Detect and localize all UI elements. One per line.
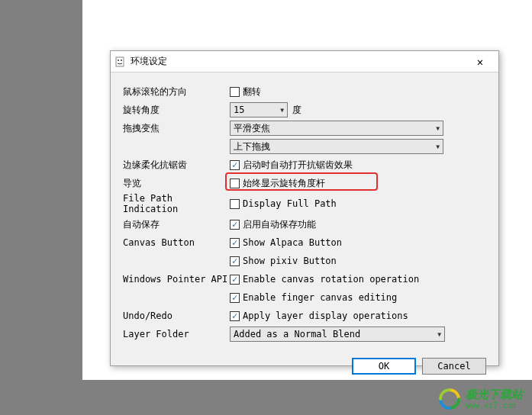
select-drag-direction[interactable]: 上下拖拽	[230, 139, 443, 154]
svg-point-1	[118, 60, 119, 61]
watermark-logo-icon	[438, 388, 461, 410]
checkbox-icon	[230, 238, 240, 248]
cancel-button[interactable]: Cancel	[422, 358, 486, 375]
checkbox-show-rotation-handle[interactable]: 始终显示旋转角度杆	[230, 177, 325, 190]
row-rotation-angle: 旋转角度 15 度	[123, 101, 486, 118]
checkbox-label: Enable finger canvas editing	[243, 292, 397, 303]
svg-rect-0	[116, 57, 124, 66]
checkbox-label: 翻转	[243, 85, 261, 98]
label-drag-zoom: 拖拽变焦	[123, 122, 230, 135]
checkbox-label: Apply layer display operations	[243, 310, 408, 321]
label-pointer-api: Windows Pointer API	[123, 274, 230, 285]
checkbox-label: Show Alpaca Button	[243, 237, 342, 248]
row-drag-zoom: 拖拽变焦 平滑变焦	[123, 120, 486, 137]
row-autosave: 自动保存 启用自动保存功能	[123, 216, 486, 233]
checkbox-icon	[230, 275, 240, 285]
select-zoom-mode[interactable]: 平滑变焦	[230, 121, 443, 136]
row-canvas-button: Canvas Button Show Alpaca Button	[123, 234, 486, 251]
checkbox-label: Show pixiv Button	[243, 256, 337, 266]
checkbox-icon	[230, 87, 240, 97]
watermark-url: www.xz7.com	[466, 401, 523, 410]
label-undo-redo: Undo/Redo	[123, 310, 230, 321]
watermark-title: 极光下载站	[466, 388, 523, 401]
checkbox-finger-editing[interactable]: Enable finger canvas editing	[230, 292, 397, 303]
checkbox-icon	[230, 179, 240, 188]
checkbox-icon	[230, 199, 240, 209]
ok-button[interactable]: OK	[352, 358, 416, 375]
checkbox-icon	[230, 256, 240, 266]
label-rotation-angle: 旋转角度	[123, 104, 230, 117]
checkbox-label: Enable canvas rotation operation	[243, 274, 419, 285]
checkbox-autosave[interactable]: 启用自动保存功能	[230, 218, 316, 231]
row-navigation: 导览 始终显示旋转角度杆	[123, 175, 486, 191]
label-canvas-button: Canvas Button	[123, 237, 230, 248]
label-antialias: 边缘柔化抗锯齿	[123, 159, 230, 172]
row-layer-folder: Layer Folder Added as a Normal Blend	[123, 326, 486, 343]
row-pointer-api: Windows Pointer API Enable canvas rotati…	[123, 271, 486, 288]
checkbox-icon	[230, 160, 240, 170]
row-scroll-direction: 鼠标滚轮的方向 翻转	[123, 83, 486, 100]
titlebar: 环境设定 ✕	[111, 51, 498, 72]
row-antialias: 边缘柔化抗锯齿 启动时自动打开抗锯齿效果	[123, 156, 486, 173]
label-rotation-unit: 度	[292, 104, 301, 117]
checkbox-antialias-startup[interactable]: 启动时自动打开抗锯齿效果	[230, 159, 353, 172]
checkbox-icon	[230, 220, 240, 230]
checkbox-icon	[230, 311, 240, 321]
label-navigation: 导览	[123, 177, 230, 190]
checkbox-alpaca-button[interactable]: Show Alpaca Button	[230, 237, 342, 248]
close-button[interactable]: ✕	[465, 52, 495, 72]
label-layer-folder: Layer Folder	[123, 329, 230, 339]
label-autosave: 自动保存	[123, 218, 230, 231]
settings-dialog: 环境设定 ✕ 鼠标滚轮的方向 翻转 旋转角度 15 度 拖拽变焦 平滑变焦	[110, 50, 499, 366]
row-pointer-api-2: Enable finger canvas editing	[123, 289, 486, 306]
row-canvas-button-2: Show pixiv Button	[123, 253, 486, 269]
checkbox-canvas-rotation[interactable]: Enable canvas rotation operation	[230, 274, 419, 285]
select-layer-folder-mode[interactable]: Added as a Normal Blend	[230, 327, 445, 342]
checkbox-label: Display Full Path	[243, 198, 337, 209]
checkbox-icon	[230, 293, 240, 303]
dialog-content: 鼠标滚轮的方向 翻转 旋转角度 15 度 拖拽变焦 平滑变焦	[111, 72, 498, 352]
button-row: OK Cancel	[111, 352, 498, 375]
checkbox-reverse-scroll[interactable]: 翻转	[230, 85, 261, 98]
app-icon	[114, 56, 126, 68]
watermark: 极光下载站 www.xz7.com	[438, 388, 523, 410]
checkbox-label: 启动时自动打开抗锯齿效果	[243, 159, 353, 172]
checkbox-full-path[interactable]: Display Full Path	[230, 198, 337, 209]
row-drag-zoom-2: 上下拖拽	[123, 138, 486, 155]
row-file-path: File Path Indication Display Full Path	[123, 193, 486, 214]
checkbox-pixiv-button[interactable]: Show pixiv Button	[230, 256, 337, 266]
svg-point-2	[121, 60, 122, 61]
checkbox-layer-display-ops[interactable]: Apply layer display operations	[230, 310, 408, 321]
select-rotation-angle[interactable]: 15	[230, 102, 288, 117]
row-undo-redo: Undo/Redo Apply layer display operations	[123, 307, 486, 324]
label-file-path: File Path Indication	[123, 193, 230, 214]
checkbox-label: 始终显示旋转角度杆	[243, 177, 325, 190]
label-scroll-direction: 鼠标滚轮的方向	[123, 85, 230, 98]
checkbox-label: 启用自动保存功能	[243, 218, 316, 231]
dialog-title: 环境设定	[131, 55, 465, 68]
